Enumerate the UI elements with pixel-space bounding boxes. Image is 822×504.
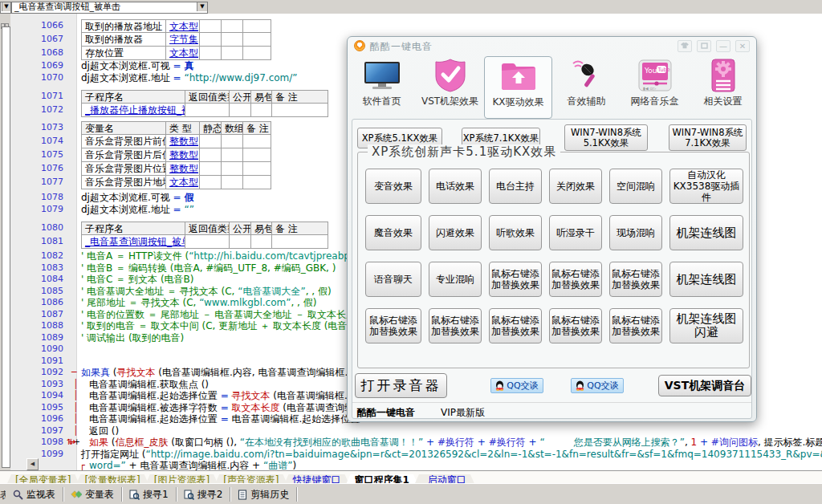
project-panel-collapsed: ▫× <box>0 14 11 470</box>
status-item-搜寻1[interactable]: 搜寻1 <box>122 487 177 502</box>
status-item-变量表[interactable]: 变量表 <box>63 487 122 502</box>
effect-button[interactable]: 专业混响 <box>429 262 482 297</box>
code-segment: dj超文本浏览框.地址 <box>81 204 173 215</box>
table-cell <box>200 135 222 148</box>
status-item-clipped: 表 <box>0 489 6 500</box>
groupbox-title: XP系统创新声卡5.1驱动KX效果 <box>368 144 560 160</box>
toolbar-item-settings[interactable]: 相关设置 <box>689 56 757 119</box>
effect-button[interactable]: 闪避效果 <box>429 215 482 250</box>
code-segment: + <box>423 437 437 448</box>
toolbar-item-vst[interactable]: VST机架效果 <box>416 56 484 119</box>
chevron-down-icon[interactable]: ▼ <box>197 2 207 11</box>
status-item-搜寻2[interactable]: 搜寻2 <box>177 487 231 502</box>
table-cell: 字节集 <box>166 33 200 47</box>
table-cell <box>185 235 230 249</box>
status-item-label: 监视表 <box>26 488 55 502</box>
table-cell: 整数型 <box>166 162 200 176</box>
table-cell: 子程序名 <box>81 90 185 104</box>
table-cell <box>200 148 222 162</box>
dialog-title: 酷酷一键电音 <box>370 40 433 54</box>
restore-icon[interactable] <box>697 40 711 52</box>
code-segment: 取文本长度 <box>232 402 280 413</box>
settings-icon <box>689 56 757 95</box>
toolbar-item-kx[interactable]: KX驱动效果 <box>484 56 552 119</box>
effect-button[interactable]: 语音聊天 <box>365 262 421 297</box>
effect-button[interactable]: 自动汉化KX3538驱动插件 <box>669 169 743 204</box>
code-segment: ( <box>108 437 116 448</box>
status-item-剪辑历史[interactable]: 剪辑历史 <box>230 487 297 502</box>
project-tree[interactable] <box>2 26 10 468</box>
effect-button[interactable]: 电台主持 <box>489 169 542 204</box>
chevron-down-icon[interactable]: ▼ <box>2 2 10 11</box>
effect-button[interactable]: 鼠标右键添加替换效果 <box>549 308 602 343</box>
vst-mixer-button[interactable]: VST机架调音台 <box>658 375 751 396</box>
code-segment: = <box>173 204 185 215</box>
code-segment: “曲谱” <box>263 460 292 470</box>
effect-button[interactable]: 关闭效果 <box>549 169 602 204</box>
effect-button[interactable]: 鼠标右键添加替换效果 <box>489 262 542 297</box>
effect-button[interactable]: 鼠标右键添加替换效果 <box>549 262 602 297</box>
code-segment: ' 电音基调大全地址 ＝ 寻找文本 (C, <box>81 286 238 297</box>
table-cell: 类 型 <box>166 121 200 135</box>
left-combobox[interactable]: ▼ <box>0 2 11 14</box>
svg-text:You: You <box>644 67 657 75</box>
flow-mark-icon: │ <box>73 413 79 425</box>
toolbar-item-home[interactable]: 软件首页 <box>348 56 416 119</box>
qq-chat-button-2[interactable]: QQ交谈 <box>571 378 624 393</box>
effect-button[interactable]: 听歌效果 <box>489 215 542 250</box>
ide-toolbar: ▼ _电音基查询调按钮_被单击 ▼ <box>0 0 822 14</box>
effect-button[interactable]: 魔音效果 <box>365 215 421 250</box>
kx-tab-button-3[interactable]: WIN7-WIN8系统 5.1KX效果 <box>564 124 648 151</box>
code-segment: ) <box>292 460 296 470</box>
dialog-titlebar[interactable]: 酷酷一键电音 — ✕ <box>348 37 756 55</box>
code-segment: dj超文本浏览框.地址 <box>81 72 173 83</box>
line-number: 1066 <box>25 19 63 32</box>
effect-button[interactable]: 机架连线图 <box>669 262 743 297</box>
code-segment: + <box>697 437 711 448</box>
table-cell <box>230 104 251 117</box>
skin-icon[interactable] <box>678 40 692 52</box>
scroll-left-arrow[interactable]: ◀ <box>26 458 39 470</box>
shield-icon <box>416 56 484 95</box>
status-item-监视表[interactable]: 监视表 <box>6 487 63 502</box>
toolbar-item-audio-assist[interactable]: 音效辅助 <box>552 56 621 119</box>
effect-button[interactable]: 鼠标右键添加替换效果 <box>429 308 482 343</box>
effect-button[interactable]: 电话效果 <box>429 169 482 204</box>
toolbar-item-musicbox[interactable]: You Tube ▮◀ ⊙▷ 网络音乐盒 <box>621 56 689 119</box>
effect-button[interactable]: 鼠标右键添加替换效果 <box>489 308 542 343</box>
code-segment: ' 电音C ＝ 到文本 (电音B) <box>81 274 194 285</box>
table-cell: 数组 <box>222 121 243 135</box>
effect-button[interactable]: 鼠标右键添加替换效果 <box>609 308 662 343</box>
code-segment: + <box>474 437 489 448</box>
qq-chat-button-1[interactable]: QQ交谈 <box>490 378 543 393</box>
table-cell: 易包 <box>251 90 272 104</box>
table-cell: 整数型 <box>166 148 200 162</box>
status-item-label: 搜寻1 <box>143 488 169 502</box>
code-segment: “ 您是否要从网络上搜索？” <box>539 437 684 448</box>
effect-button[interactable]: 鼠标右键添加替换效果 <box>609 262 662 297</box>
table-cell <box>222 162 243 176</box>
effect-button[interactable]: 变音效果 <box>365 169 421 204</box>
method-combobox[interactable]: _电音基查询调按钮_被单击 ▼ <box>11 2 208 14</box>
close-icon[interactable]: ✕ <box>735 40 750 52</box>
open-recorder-button[interactable]: 打开录音器 <box>355 373 447 398</box>
code-segment: 电音基调编辑框.起始选择位置 <box>89 413 221 425</box>
effect-button[interactable]: 听湿录干 <box>549 215 602 250</box>
code-line: 1099打开指定网址 (“http://image.baidu.com/i?tn… <box>10 449 822 461</box>
effect-button[interactable]: 机架连线图闪避 <box>669 308 743 343</box>
effect-button[interactable]: 鼠标右键添加替换效果 <box>365 308 421 343</box>
effect-button[interactable]: 机架连线图 <box>669 215 743 250</box>
kx-tab-button-4[interactable]: WIN7-WIN8系统 7.1KX效果 <box>669 124 747 151</box>
table-cell: 备 注 <box>272 90 328 104</box>
code-segment: 信息框_皮肤 <box>116 437 169 448</box>
line-number: 1089 <box>25 332 63 344</box>
table-cell <box>243 19 271 33</box>
code-segment: “在本地没有找到相应的歌曲电音基调！！” <box>240 437 423 448</box>
table-cell <box>243 33 271 47</box>
flow-mark-icon: │ <box>73 379 79 391</box>
effect-button[interactable]: 空间混响 <box>609 169 662 204</box>
effect-button[interactable]: 现场混响 <box>609 215 662 250</box>
table-cell <box>200 19 222 33</box>
minimize-icon[interactable]: — <box>716 40 730 52</box>
flow-mark-icon: ─ <box>71 367 77 379</box>
